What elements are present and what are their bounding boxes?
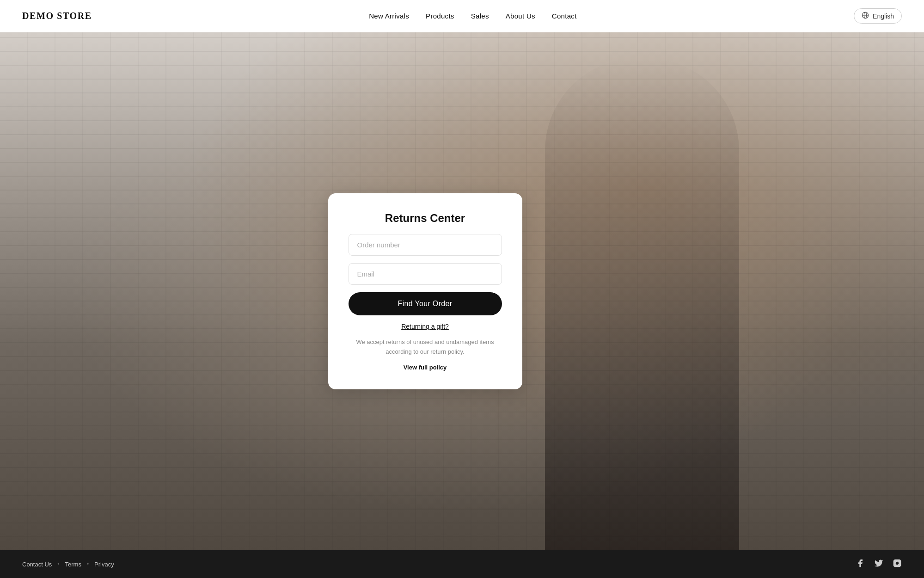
- view-full-policy-link[interactable]: View full policy: [404, 364, 447, 371]
- nav-contact[interactable]: Contact: [552, 12, 577, 20]
- footer-terms[interactable]: Terms: [65, 561, 81, 568]
- globe-icon: [862, 12, 869, 20]
- site-header: DEMO STORE New Arrivals Products Sales A…: [0, 0, 924, 32]
- modal-title: Returns Center: [385, 212, 465, 225]
- instagram-icon: [893, 559, 902, 570]
- find-order-button[interactable]: Find Your Order: [349, 292, 502, 315]
- nav-new-arrivals[interactable]: New Arrivals: [369, 12, 409, 20]
- footer-dot-1: •: [57, 561, 59, 567]
- instagram-link[interactable]: [893, 559, 902, 570]
- main-nav: New Arrivals Products Sales About Us Con…: [369, 12, 577, 20]
- returns-center-card: Returns Center Find Your Order Returning…: [328, 193, 522, 390]
- footer-privacy[interactable]: Privacy: [94, 561, 114, 568]
- site-footer: Contact Us • Terms • Privacy: [0, 550, 924, 578]
- twitter-link[interactable]: [874, 559, 883, 570]
- twitter-icon: [874, 559, 883, 570]
- language-button[interactable]: English: [854, 8, 902, 24]
- nav-about-us[interactable]: About Us: [506, 12, 535, 20]
- order-number-input[interactable]: [349, 234, 502, 256]
- nav-products[interactable]: Products: [426, 12, 454, 20]
- returning-gift-link[interactable]: Returning a gift?: [401, 323, 449, 330]
- facebook-link[interactable]: [856, 559, 865, 570]
- policy-text: We accept returns of unused and undamage…: [349, 338, 502, 357]
- footer-contact-us[interactable]: Contact Us: [22, 561, 52, 568]
- hero-section: Returns Center Find Your Order Returning…: [0, 32, 924, 550]
- facebook-icon: [856, 559, 865, 570]
- footer-dot-2: •: [87, 561, 89, 567]
- footer-links: Contact Us • Terms • Privacy: [22, 561, 114, 568]
- language-label: English: [873, 12, 894, 20]
- logo[interactable]: DEMO STORE: [22, 11, 92, 21]
- email-input[interactable]: [349, 263, 502, 285]
- social-links: [856, 559, 902, 570]
- nav-sales[interactable]: Sales: [471, 12, 489, 20]
